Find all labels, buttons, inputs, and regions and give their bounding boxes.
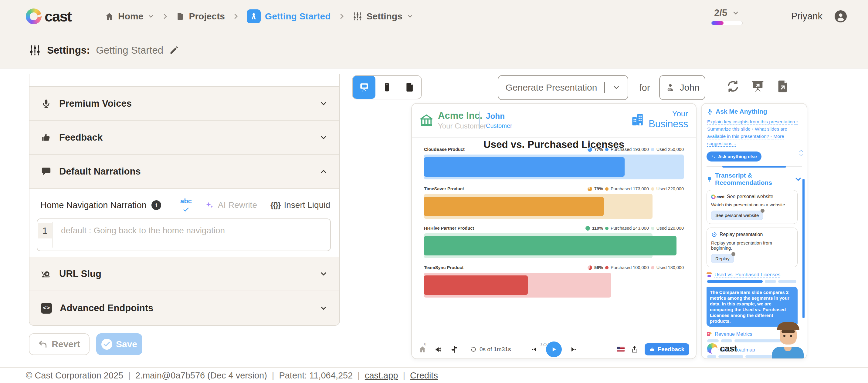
- purchased-bar: [424, 236, 677, 255]
- chevron-up-icon: [319, 167, 328, 176]
- cast-logo-icon: [26, 8, 41, 24]
- cast-logo-text: cast: [44, 8, 71, 25]
- ai-rewrite-button[interactable]: AI Rewrite: [205, 200, 257, 210]
- building-icon: [630, 112, 645, 127]
- feedback-button[interactable]: Feedback: [645, 343, 689, 355]
- card-body: Replay your presentation from beginning.: [711, 240, 793, 251]
- replay-button[interactable]: Replay: [711, 254, 734, 263]
- chart-row: CloudEase Product 77% Purchased 193,000 …: [424, 146, 684, 179]
- legend-purchased-dot: [605, 266, 609, 269]
- compare-bars-icon: [707, 272, 712, 277]
- chevron-down-icon: [319, 304, 328, 312]
- breadcrumb: Home Projects Getting Started Settings: [105, 9, 413, 23]
- card-title: Replay presentation: [711, 232, 793, 238]
- page-footer: © Cast Corporation 2025| 2.main@0a7b576 …: [0, 367, 868, 383]
- chevron-right-icon: [232, 13, 240, 20]
- pencil-icon[interactable]: [169, 46, 179, 55]
- chevron-down-icon: [319, 133, 328, 142]
- play-button[interactable]: [546, 342, 562, 357]
- slide-item-current: Used vs. Purchased Licenses: [707, 272, 802, 283]
- accordion-advanced-endpoints[interactable]: <> Advanced Endpoints: [29, 291, 339, 325]
- button-divider: [604, 82, 605, 93]
- info-icon[interactable]: i: [151, 200, 161, 210]
- preview-tool-icons: [726, 79, 790, 93]
- legend-used-dot: [651, 148, 654, 151]
- player-home-button[interactable]: [418, 345, 426, 353]
- breadcrumb-projects[interactable]: Projects: [176, 11, 225, 22]
- present-screen-icon[interactable]: [751, 79, 765, 93]
- sidebar-scrollbar[interactable]: [802, 179, 805, 318]
- footer-site-link[interactable]: cast.app: [365, 371, 398, 381]
- customer-company: Acme Inc.: [438, 110, 482, 121]
- sync-icon[interactable]: [726, 79, 740, 93]
- device-document-button[interactable]: [399, 76, 421, 99]
- divider-progress: [722, 166, 786, 168]
- signpost-icon[interactable]: [451, 345, 458, 353]
- footer-credits-link[interactable]: Credits: [410, 371, 438, 381]
- recommendation-card: Replay presentation Replay your presenta…: [707, 228, 798, 267]
- thumbs-up-icon: [649, 347, 655, 352]
- footer-copyright: © Cast Corporation 2025: [26, 371, 123, 381]
- insert-liquid-button[interactable]: {{}} Insert Liquid: [271, 200, 330, 210]
- code-icon: <>: [41, 303, 52, 314]
- person-check-icon: [665, 82, 675, 93]
- share-icon[interactable]: [631, 345, 639, 353]
- suggestion-link[interactable]: Summarize this slide: [707, 126, 755, 132]
- export-file-icon[interactable]: [776, 79, 790, 93]
- cast-footer-logo: cast: [707, 343, 737, 354]
- accordion-feedback[interactable]: Feedback: [29, 121, 339, 155]
- breadcrumb-home[interactable]: Home: [105, 11, 154, 22]
- spellcheck-button[interactable]: abc: [180, 199, 192, 212]
- legend-pie-icon: [588, 147, 592, 152]
- accordion-default-narrations[interactable]: Default Narrations: [29, 155, 339, 189]
- user-avatar-icon[interactable]: [835, 10, 847, 23]
- replay-icon[interactable]: [470, 346, 476, 352]
- narration-editor[interactable]: 1 default : Going back to the home navig…: [37, 218, 331, 251]
- accordion-scroll-sliver: [29, 74, 339, 87]
- slides-progress-fill: [711, 21, 724, 25]
- revert-button[interactable]: Revert: [29, 333, 90, 355]
- chevron-down-icon[interactable]: [613, 83, 620, 92]
- device-mobile-button[interactable]: [375, 76, 398, 99]
- slides-progress-bar: [711, 21, 743, 25]
- next-button[interactable]: [570, 346, 577, 353]
- for-label: for: [639, 82, 650, 93]
- language-flag-icon[interactable]: [617, 347, 625, 352]
- microphone-icon: [41, 99, 51, 109]
- accordion-url-slug[interactable]: URL Slug: [29, 257, 339, 291]
- chevron-right-icon: [161, 13, 169, 20]
- recipient-button[interactable]: John: [659, 75, 705, 100]
- slides-counter[interactable]: 2/5: [711, 8, 743, 25]
- breadcrumb-getting-started[interactable]: Getting Started: [247, 9, 331, 23]
- player-right-controls: Feedback: [617, 343, 689, 355]
- chevron-down-icon[interactable]: [795, 175, 802, 183]
- screen-icon: [359, 81, 370, 93]
- phone-icon: [382, 82, 392, 93]
- chevron-down-icon: [319, 270, 328, 278]
- legend-used-dot: [651, 266, 654, 269]
- slide-link[interactable]: Used vs. Purchased Licenses: [714, 272, 780, 278]
- save-button[interactable]: Save: [96, 333, 142, 355]
- lightbulb-icon: [707, 176, 712, 182]
- metrics-chart-icon: [707, 332, 712, 337]
- device-desktop-button[interactable]: [353, 76, 375, 99]
- legend-purchased-dot: [605, 148, 609, 151]
- accordion-premium-voices[interactable]: Premium Voices: [29, 87, 339, 121]
- volume-icon[interactable]: [434, 345, 442, 354]
- notification-dot: [732, 252, 735, 256]
- generate-presentation-button[interactable]: Generate Presentation: [498, 75, 628, 100]
- ask-anything-else-button[interactable]: Ask anything else: [707, 151, 762, 162]
- chevron-down-icon: [407, 13, 413, 20]
- see-personal-website-button[interactable]: See personal website: [711, 211, 763, 220]
- purchased-bar: [424, 275, 528, 295]
- footer-patent: Patent: 11,064,252: [279, 371, 353, 381]
- breadcrumb-settings[interactable]: Settings: [353, 11, 413, 22]
- legend-pie-icon: [585, 226, 590, 231]
- card-body: Watch this presentation as a website.: [711, 202, 793, 207]
- suggestion-link[interactable]: Explain key insights from this presentat…: [707, 119, 798, 124]
- collapse-chevrons[interactable]: [799, 149, 804, 157]
- file-icon: [405, 82, 415, 93]
- previous-button[interactable]: [531, 346, 538, 353]
- slide-link[interactable]: Revenue Metrics: [715, 331, 752, 337]
- legend-pie-icon: [588, 266, 592, 270]
